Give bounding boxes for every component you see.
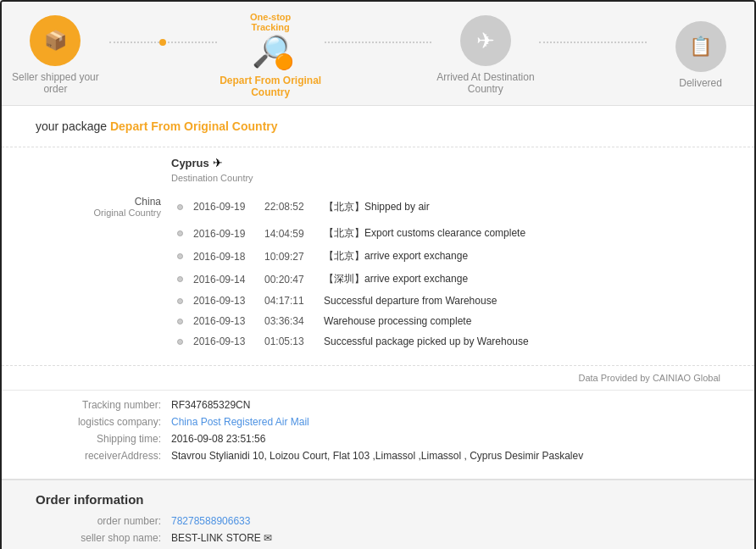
event-5: Successful departure from Warehouse [324,295,720,307]
table-row: 2016-09-19 14:04:59 【北京】Export customs c… [36,222,720,245]
dot-2 [177,230,183,236]
order-number-link[interactable]: 78278588906633 [171,515,250,527]
dot-line-3 [539,42,647,43]
origin-label: Original Country [36,208,161,218]
table-row: 2016-09-13 01:05:13 Successful package p… [36,331,720,352]
event-6: Warehouse processing complete [324,315,720,327]
plane-icon: ✈ [213,156,223,169]
shipping-time-label: Shipping time: [36,433,171,445]
order-number-label: order number: [36,515,171,527]
dot-col-5 [171,298,188,304]
table-row: 2016-09-18 10:09:27 【北京】arrive export ex… [36,245,720,268]
step-icon-seller-shipped: 📦 [30,15,81,66]
status-prefix: your package [36,119,107,133]
logistics-value: China Post Registered Air Mail [171,416,720,428]
seller-shop-value: BEST-LINK STORE ✉ [171,532,272,544]
dot-col-6 [171,319,188,324]
step-arrived-destination: ✈ Arrived At Destination Country [431,15,539,95]
table-row: 2016-09-14 00:20:47 【深圳】arrive export ex… [36,268,720,291]
table-row: China Original Country 2016-09-19 22:08:… [36,191,720,222]
dot-3 [177,253,183,259]
time-4: 00:20:47 [264,274,324,286]
order-info-section: Order information order number: 78278588… [2,479,754,549]
dot-6 [177,319,183,324]
data-provider: Data Provided by CAINIAO Global [2,365,754,390]
step-seller-shipped: 📦 Seller shipped your order [2,15,109,95]
time-1: 22:08:52 [264,201,324,213]
date-3: 2016-09-18 [188,251,264,263]
shipment-info-section: Tracking number: RF347685329CN logistics… [2,390,754,479]
destination-row: Cyprus ✈ [36,156,720,169]
date-4: 2016-09-14 [188,274,264,286]
step-label-arrived: Arrived At Destination Country [431,71,539,95]
event-3: 【北京】arrive export exchange [324,249,720,263]
logistics-link[interactable]: China Post Registered Air Mail [171,416,309,428]
dot-col-7 [171,339,188,345]
seller-shop-row: seller shop name: BEST-LINK STORE ✉ [36,532,720,544]
dot-7 [177,339,183,345]
destination-label: Destination Country [36,173,720,183]
date-5: 2016-09-13 [188,295,264,307]
time-3: 10:09:27 [264,251,324,263]
step-icon-arrived: ✈ [460,15,511,66]
logistics-label: logistics company: [36,416,171,428]
order-number-row: order number: 78278588906633 [36,515,720,527]
tracking-number-value: RF347685329CN [171,399,720,411]
shipping-time-value: 2016-09-08 23:51:56 [171,433,720,445]
date-2: 2016-09-19 [188,228,264,240]
tracking-section: Cyprus ✈ Destination Country China Origi… [2,147,754,360]
date-7: 2016-09-13 [188,336,264,347]
tracking-number-label: Tracking number: [36,399,171,411]
package-status-bar: your package Depart From Original Countr… [2,106,754,147]
tracking-table: China Original Country 2016-09-19 22:08:… [36,191,720,352]
destination-country: Cyprus [171,157,209,169]
dot-5 [177,298,183,304]
main-window: 📦 Seller shipped your order One-stopTrac… [0,0,756,549]
step-label-depart-original: Depart From Original Country [217,75,325,98]
date-6: 2016-09-13 [188,315,264,327]
event-2: 【北京】Export customs clearance complete [324,226,720,241]
origin-country: China [36,196,161,208]
status-highlight: Depart From Original Country [110,119,278,133]
time-2: 14:04:59 [264,228,324,240]
step-delivered: 📋 Delivered [647,21,754,89]
event-1: 【北京】Shipped by air [324,200,720,214]
order-info-title: Order information [36,492,720,507]
table-row: 2016-09-13 03:36:34 Warehouse processing… [36,311,720,331]
time-5: 04:17:11 [264,295,324,307]
step-label-seller-shipped: Seller shipped your order [2,71,109,95]
logistics-row: logistics company: China Post Registered… [36,416,720,428]
receiver-address-value: Stavrou Stylianidi 10, Loizou Court, Fla… [171,450,720,462]
dot-col-2 [171,230,188,236]
date-1: 2016-09-19 [188,201,264,213]
receiver-label: receiverAddress: [36,450,171,462]
dot-1 [177,204,183,210]
dot-col-4 [171,276,188,282]
step-depart-original: One-stopTracking 🔎 🟠 Depart From Origina… [217,12,325,98]
time-7: 01:05:13 [264,336,324,347]
dot-col-3 [171,253,188,259]
seller-shop-label: seller shop name: [36,532,171,544]
progress-section: 📦 Seller shipped your order One-stopTrac… [2,2,754,106]
time-6: 03:36:34 [264,315,324,327]
shipping-time-row: Shipping time: 2016-09-08 23:51:56 [36,433,720,445]
dot-col-1 [171,204,188,210]
tracking-number-row: Tracking number: RF347685329CN [36,399,720,411]
receiver-row: receiverAddress: Stavrou Stylianidi 10, … [36,450,720,462]
dot-4 [177,276,183,282]
step-icon-delivered: 📋 [675,21,726,72]
event-4: 【深圳】arrive export exchange [324,272,720,286]
order-number-value: 78278588906633 [171,515,250,527]
dot-line-1 [109,42,217,43]
table-row: 2016-09-13 04:17:11 Successful departure… [36,291,720,311]
orange-dot-1 [159,39,166,46]
dot-line-2 [325,42,432,43]
origin-col-1: China Original Country [36,196,171,218]
step-label-delivered: Delivered [679,77,722,89]
event-7: Successful package picked up by Warehous… [324,336,720,347]
